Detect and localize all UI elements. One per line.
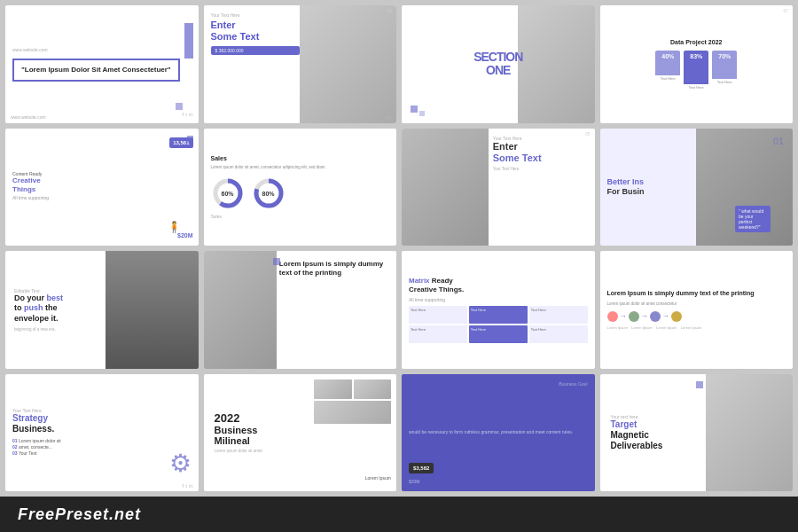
accent-bar-1: [184, 23, 193, 59]
slide6-label: Sales: [211, 214, 223, 219]
slide-8[interactable]: Better Ins For Busin " what would be you…: [600, 129, 794, 246]
slide-11[interactable]: Matrix Ready Creative Things. All time s…: [402, 251, 595, 369]
slide-1[interactable]: www.website.com "Lorem Ipsum Dolor Sit A…: [5, 5, 199, 123]
fb-icon2: f: [387, 115, 388, 121]
slide-13[interactable]: Your Text Here Strategy Business. 01 Lor…: [5, 374, 199, 492]
slide-3[interactable]: SECTION ONE: [402, 5, 595, 123]
slide11-matrix: Matrix: [409, 277, 430, 285]
slide13-steps: 01 Lorem ipsum dolor sit 02 amet, consec…: [12, 437, 61, 457]
slide15-stat: $3,582: [409, 463, 434, 473]
slide13-icons: f t in: [182, 483, 192, 489]
slide-2[interactable]: Your Text Here Enter Some Text $ 362.000…: [204, 5, 397, 123]
slide13-step3-num: 03: [12, 450, 18, 456]
slide1-url-bottom: www.website.com: [11, 114, 46, 120]
slide7-content: Your Text Here Enter Some Text Your Text…: [493, 136, 590, 171]
slide1-icons: f t in: [182, 112, 192, 117]
slide-7[interactable]: Your Text Here Enter Some Text Your Text…: [402, 129, 595, 246]
slide12-c2: [629, 311, 639, 322]
slide9-best: best: [47, 293, 64, 302]
slide14-person: Lorem Ipsum: [365, 475, 391, 481]
slide11-sub: All time supporting: [409, 297, 588, 302]
slide11-box4: Text Here: [409, 325, 467, 343]
tw-icon: t: [185, 112, 187, 117]
slide1-url: www.website.com: [12, 47, 48, 52]
slide4-bar2: 83%: [684, 51, 708, 84]
slide4-bar2-label: Text Here: [689, 85, 704, 90]
slide7-photo: [402, 129, 489, 246]
slide-14[interactable]: 2022 Business Milineal Lorem ipsum dolor…: [204, 374, 397, 492]
slide-5[interactable]: Content Ready Creative Things All time s…: [5, 129, 199, 246]
slide4-bar1: 40%: [655, 51, 680, 75]
slide6-pct1: 60%: [221, 190, 233, 196]
slide16-deliverables: Deliverables: [611, 441, 663, 450]
ig-icon: in: [189, 112, 193, 117]
slide4-bar3-wrap: 70% Text Here: [712, 51, 737, 90]
slide16-target: Target: [611, 419, 638, 429]
slide13-step3-text: Your Text: [19, 450, 37, 456]
slide16-sq: [696, 381, 703, 388]
slide4-num: 07: [783, 8, 788, 13]
slide12-lorem: Lorem Ipsum is simply dummy text of the …: [607, 289, 786, 297]
slide2-content: Your Text Here Enter Some Text $ 362.000…: [211, 12, 301, 55]
slide3-line1: SECTION: [448, 51, 550, 64]
slide4-bar1-label: Text Here: [661, 76, 676, 81]
slide2-your-text: Your Text Here: [211, 12, 301, 18]
slide11-box2: Text Here: [469, 306, 528, 324]
slide13-step1-text: Lorem ipsum dolor sit: [19, 438, 61, 443]
slide12-sub: Lorem ipsum dolor sit amet consectetur: [607, 301, 786, 306]
slide4-bar3: 70%: [712, 51, 737, 79]
watermark-text: FreePreset.net: [18, 505, 141, 524]
slide10-sq: [273, 258, 280, 265]
slide15-desc: would be necessary to form ruthless gram…: [409, 429, 573, 435]
slide14-desc: Lorem ipsum dolor sit amet: [215, 449, 311, 453]
tw-icon2: t: [389, 115, 391, 121]
slide11-title: Matrix Ready: [409, 277, 588, 286]
slide-4[interactable]: Data Project 2022 40% Text Here 83% Text…: [600, 5, 794, 123]
slide9-sub: beginning of a new era.: [14, 327, 100, 332]
slide12-labels: Lorem Ipsum Lorem Ipsum Lorem Ipsum Lore…: [607, 325, 786, 331]
slide3-sq1: [411, 106, 418, 113]
tw-icon13: t: [185, 483, 187, 489]
slide15-money: $20M: [409, 479, 420, 484]
fb-icon13: f: [182, 483, 184, 489]
slide6-title: Sales: [211, 155, 227, 161]
slide6-desc: Lorem ipsum dolor sit amet, consectetur …: [211, 165, 326, 169]
slide1-quote-box: "Lorem Ipsum Dolor Sit Amet Consectetuer…: [12, 59, 180, 82]
slide7-enter: Enter: [493, 141, 518, 152]
slide9-line1: Do your best: [14, 293, 100, 304]
slide7-title1: Enter: [493, 141, 590, 153]
slide-12[interactable]: Lorem Ipsum is simply dummy text of the …: [600, 251, 794, 369]
slide14-photos: [314, 379, 391, 424]
slide9-photo: [106, 251, 198, 369]
slide9-line3: envelope it.: [14, 314, 100, 325]
slide-6[interactable]: Sales Lorem ipsum dolor sit amet, consec…: [204, 129, 397, 246]
slide13-step3: 03 Your Text: [12, 450, 61, 456]
slide2-title1: Enter: [211, 20, 301, 31]
slide-9[interactable]: Editable Text Do your best to push the e…: [5, 251, 199, 369]
slide12-c4: [671, 311, 682, 322]
slide11-box5: Text Here: [469, 325, 528, 343]
slide3-sq2: [419, 111, 425, 116]
slide-15[interactable]: would be necessary to form ruthless gram…: [402, 374, 595, 492]
slide13-step1-num: 01: [12, 438, 18, 443]
slide8-quote: " what would be your perfect weekend?": [735, 206, 771, 232]
slide-16[interactable]: Your text here Target Magnetic Deliverab…: [600, 374, 794, 492]
slide4-bar3-label: Text Here: [717, 80, 732, 84]
slide11-box1: Text Here: [409, 306, 467, 324]
fb-icon: f: [182, 112, 184, 117]
slide8-content: Better Ins For Busin: [607, 177, 688, 197]
slide5-creative: Creative: [12, 176, 41, 185]
slide6-pct2: 80%: [262, 190, 274, 196]
slide12-diagram: → → →: [607, 311, 786, 322]
slide6-donuts: 60% 80%: [211, 175, 286, 212]
slide8-line1: Better Ins: [607, 177, 645, 186]
slide12-c3: [650, 311, 661, 322]
slide5-sq: [187, 136, 193, 142]
accent-sq-1: [176, 103, 183, 110]
slide-10[interactable]: Lorem Ipsum is simply dummy text of the …: [204, 251, 397, 369]
slide14-content: 2022 Business Milineal Lorem ipsum dolor…: [211, 409, 315, 457]
ig-icon13: in: [189, 483, 193, 489]
slide4-title: Data Project 2022: [607, 39, 786, 45]
slide2-price: $ 362.000.000: [211, 46, 301, 55]
slide2-num: 02: [387, 8, 392, 13]
